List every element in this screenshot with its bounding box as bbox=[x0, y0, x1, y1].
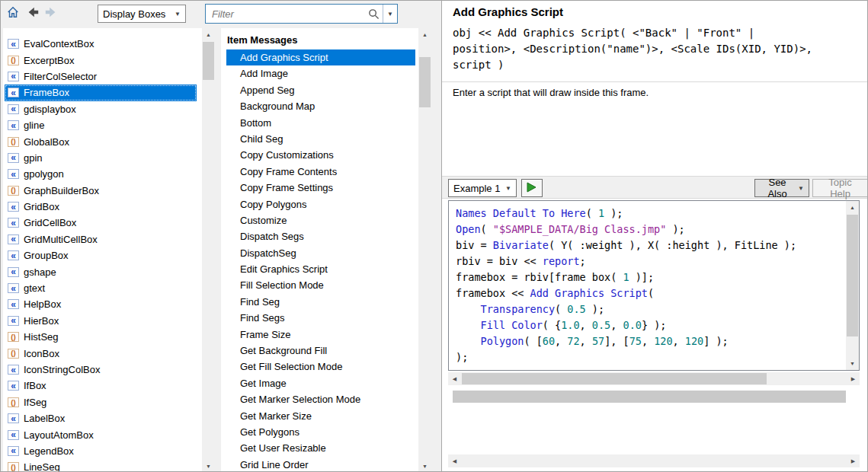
message-list: Add Graphics ScriptAdd ImageAppend SegBa… bbox=[226, 49, 415, 472]
message-item[interactable]: Background Map bbox=[226, 98, 415, 114]
message-item[interactable]: Append Seg bbox=[226, 82, 415, 98]
message-list-scrollbar[interactable]: ▲ ▼ bbox=[418, 28, 431, 472]
message-item[interactable]: Copy Frame Contents bbox=[226, 164, 415, 180]
forward-button[interactable] bbox=[43, 5, 59, 21]
message-item[interactable]: Find Seg bbox=[226, 294, 415, 310]
topic-help-button[interactable]: Topic Help bbox=[812, 179, 868, 197]
display-box-item[interactable]: ()IconBox bbox=[5, 345, 197, 361]
message-item[interactable]: Find Segs bbox=[226, 310, 415, 326]
display-box-item[interactable]: «FrameBox bbox=[5, 85, 197, 100]
filter-input[interactable] bbox=[206, 8, 368, 20]
message-item[interactable]: Get Marker Size bbox=[226, 408, 415, 424]
code-line: Transparency( 0.5 ); bbox=[456, 301, 844, 317]
scroll-down-icon[interactable]: ▼ bbox=[846, 357, 859, 370]
message-item[interactable]: Add Graphics Script bbox=[226, 49, 415, 65]
display-box-item[interactable]: «gshape bbox=[5, 263, 197, 279]
example-code: Names Default To Here( 1 );Open( "$SAMPL… bbox=[456, 206, 844, 365]
message-item[interactable]: Bottom bbox=[226, 115, 415, 131]
display-box-item[interactable]: «GroupBox bbox=[5, 247, 197, 263]
scroll-up-icon[interactable]: ▲ bbox=[418, 28, 431, 41]
display-box-item[interactable]: «gpin bbox=[5, 150, 197, 166]
paren-icon: () bbox=[8, 332, 19, 342]
display-box-label: GridBox bbox=[24, 201, 59, 212]
message-item[interactable]: Get Fill Selection Mode bbox=[226, 359, 415, 375]
display-box-item[interactable]: ()ExcerptBox bbox=[5, 52, 197, 68]
filter-dropdown-button[interactable]: ▼ bbox=[383, 11, 397, 18]
display-box-item[interactable]: «gpolygon bbox=[5, 166, 197, 182]
message-item[interactable]: Copy Customizations bbox=[226, 147, 415, 163]
display-box-scrollbar[interactable]: ▲ ▼ bbox=[202, 28, 215, 472]
message-item[interactable]: Add Image bbox=[226, 65, 415, 81]
message-item[interactable]: Dispatch Segs bbox=[226, 228, 415, 244]
example-select[interactable]: Example 1 ▼ bbox=[448, 179, 517, 197]
code-line: ); bbox=[456, 349, 844, 365]
detail-panel: Add Graphics Script obj << Add Graphics … bbox=[441, 1, 868, 472]
display-box-label: LegendBox bbox=[24, 445, 74, 457]
run-script-button[interactable] bbox=[521, 179, 543, 197]
display-box-item[interactable]: ()IfSeg bbox=[5, 394, 197, 410]
message-item[interactable]: Fill Selection Mode bbox=[226, 277, 415, 293]
category-select[interactable]: Display Boxes ▼ bbox=[98, 5, 186, 23]
message-item[interactable]: Get Background Fill bbox=[226, 343, 415, 359]
scroll-left-icon[interactable]: ◀ bbox=[448, 372, 461, 385]
message-item[interactable]: DispatchSeg bbox=[226, 245, 415, 261]
scroll-right-icon[interactable]: ▶ bbox=[847, 454, 860, 467]
scrollbar-thumb[interactable] bbox=[419, 57, 431, 107]
scrollbar-thumb[interactable] bbox=[203, 42, 214, 80]
scroll-down-icon[interactable]: ▼ bbox=[418, 460, 431, 472]
scroll-right-icon[interactable]: ▶ bbox=[847, 372, 860, 385]
code-line: Open( "$SAMPLE_DATA/Big Class.jmp" ); bbox=[456, 222, 844, 238]
message-item[interactable]: Get Image bbox=[226, 375, 415, 391]
see-also-dropdown[interactable]: See Also ▼ bbox=[754, 179, 809, 197]
message-item[interactable]: Get Marker Selection Mode bbox=[226, 391, 415, 407]
message-item[interactable]: Copy Frame Settings bbox=[226, 180, 415, 196]
message-item[interactable]: Copy Polygons bbox=[226, 196, 415, 212]
scroll-down-icon[interactable]: ▼ bbox=[202, 460, 215, 472]
display-box-item[interactable]: «gtext bbox=[5, 280, 197, 296]
code-horizontal-scrollbar[interactable]: ◀ ▶ bbox=[448, 372, 860, 385]
display-box-item[interactable]: «GridMultiCellBox bbox=[5, 231, 197, 247]
object-icon: « bbox=[8, 413, 19, 423]
display-box-item[interactable]: «GridBox bbox=[5, 199, 197, 215]
syntax-text: obj << Add Graphics Script( <"Back" | "F… bbox=[453, 25, 853, 73]
display-box-item[interactable]: «gline bbox=[5, 117, 197, 133]
back-button[interactable] bbox=[24, 5, 41, 21]
display-box-item[interactable]: ()HistSeg bbox=[5, 329, 197, 345]
message-item[interactable]: Get User Resizable bbox=[226, 440, 415, 456]
display-box-item[interactable]: «LegendBox bbox=[5, 443, 197, 459]
display-box-item[interactable]: «IfBox bbox=[5, 378, 197, 394]
scroll-up-icon[interactable]: ▲ bbox=[202, 28, 215, 41]
message-item[interactable]: Child Seg bbox=[226, 131, 415, 147]
display-box-item[interactable]: ()GlobalBox bbox=[5, 133, 197, 149]
see-also-horizontal-scrollbar[interactable]: ◀ ▶ bbox=[448, 454, 860, 467]
display-box-label: GridCellBox bbox=[24, 217, 76, 228]
scroll-left-icon[interactable]: ◀ bbox=[448, 454, 461, 467]
display-box-item[interactable]: ()LineSeg bbox=[5, 459, 197, 472]
display-box-label: gdisplaybox bbox=[24, 104, 76, 115]
display-box-item[interactable]: ()GraphBuilderBox bbox=[5, 183, 197, 199]
paren-icon: () bbox=[8, 56, 19, 65]
code-line: rbiv = biv << report; bbox=[456, 254, 844, 269]
message-item[interactable]: Grid Line Order bbox=[226, 457, 415, 472]
message-item[interactable]: Edit Graphics Script bbox=[226, 261, 415, 277]
display-box-item[interactable]: «IconStringColBox bbox=[5, 362, 197, 378]
display-box-item[interactable]: «FilterColSelector bbox=[5, 69, 197, 85]
home-button[interactable] bbox=[5, 5, 21, 21]
display-box-item[interactable]: «GridCellBox bbox=[5, 215, 197, 231]
scroll-up-icon[interactable]: ▲ bbox=[846, 201, 859, 214]
display-box-item[interactable]: «HierBox bbox=[5, 313, 197, 329]
code-vertical-scrollbar[interactable]: ▲ ▼ bbox=[846, 201, 859, 370]
message-item[interactable]: Frame Size bbox=[226, 327, 415, 343]
display-box-item[interactable]: «HelpBox bbox=[5, 296, 197, 312]
display-box-item[interactable]: «gdisplaybox bbox=[5, 101, 197, 117]
message-item[interactable]: Get Polygons bbox=[226, 424, 415, 440]
scrollbar-thumb[interactable] bbox=[462, 373, 767, 384]
message-item[interactable]: Customize bbox=[226, 212, 415, 228]
see-also-scrollbar-thumb[interactable] bbox=[453, 391, 846, 403]
example-code-editor[interactable]: Names Default To Here( 1 );Open( "$SAMPL… bbox=[448, 200, 860, 371]
display-box-label: IfSeg bbox=[24, 397, 46, 408]
display-box-item[interactable]: «LayoutAtomBox bbox=[5, 426, 197, 442]
display-box-item[interactable]: «LabelBox bbox=[5, 410, 197, 426]
scrollbar-thumb[interactable] bbox=[847, 215, 858, 336]
display-box-item[interactable]: «EvalContextBox bbox=[5, 36, 197, 52]
